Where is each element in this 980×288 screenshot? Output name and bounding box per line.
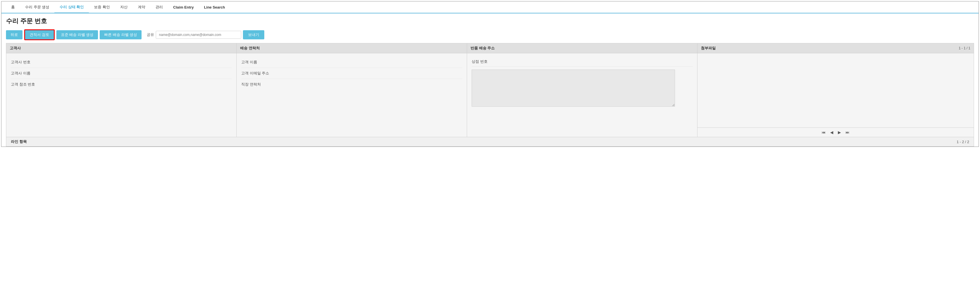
content-grid: 고객사 고객사 번호 고객사 이름 고객 참조 번호 배송 연락처 고객 이름 … [6, 43, 974, 137]
customer-email-label: 고객 이메일 주소 [241, 68, 462, 79]
work-contact-label: 직장 연락처 [241, 79, 462, 90]
quick-shipping-button[interactable]: 빠른 배송 라벨 생성 [100, 30, 142, 39]
attachment-next-button[interactable]: ▶ [837, 130, 842, 135]
customer-column: 고객사 고객사 번호 고객사 이름 고객 참조 번호 [6, 43, 237, 137]
return-address-header: 반품 배송 주소 [467, 43, 697, 53]
nav-item-line-search[interactable]: Line Search [199, 2, 230, 12]
attachment-prev-button[interactable]: ◀ [829, 130, 834, 135]
footer-bar: 라인 항목 1 - 2 / 2 [6, 137, 974, 147]
nav-item-manage[interactable]: 관리 [150, 2, 168, 13]
nav-item-contract[interactable]: 계약 [133, 2, 150, 13]
send-button[interactable]: 보내기 [243, 30, 264, 39]
customer-name-label: 고객 이름 [241, 57, 462, 68]
toolbar: 뒤로 견적서 검토 표준 배송 라벨 생성 빠른 배송 라벨 생성 공유 보내기 [2, 28, 978, 43]
shipping-contact-column: 배송 연락처 고객 이름 고객 이메일 주소 직장 연락처 [237, 43, 467, 137]
nav-item-claim-entry[interactable]: Claim Entry [168, 2, 199, 12]
nav-item-home[interactable]: 홈 [6, 2, 20, 13]
customer-body: 고객사 번호 고객사 이름 고객 참조 번호 [6, 53, 236, 93]
footer-count: 1 - 2 / 2 [957, 140, 969, 144]
share-input[interactable] [156, 31, 241, 39]
attachment-last-button[interactable]: ⏭ [845, 130, 851, 135]
attachment-column: 첨부파일 1 - 1 / 1 ⏮ ◀ ▶ ⏭ [697, 43, 974, 137]
shipping-contact-header: 배송 연락처 [237, 43, 467, 53]
footer-label: 라인 항목 [11, 139, 27, 144]
shipping-contact-body: 고객 이름 고객 이메일 주소 직장 연락처 [237, 53, 467, 93]
nav-item-asset[interactable]: 자산 [115, 2, 133, 13]
attachment-header: 첨부파일 1 - 1 / 1 [697, 43, 974, 53]
customer-number-field: 고객사 번호 [11, 57, 232, 68]
attachment-first-button[interactable]: ⏮ [821, 130, 827, 135]
address-textarea[interactable] [472, 70, 675, 107]
share-label: 공유 [147, 32, 154, 37]
attachment-body [697, 53, 974, 128]
customer-header: 고객사 [6, 43, 236, 53]
nav-bar: 홈 수리 주문 생성 수리 상태 확인 보증 확인 자산 계약 관리 Claim… [2, 2, 978, 13]
customer-name-field: 고객사 이름 [11, 68, 232, 79]
nav-item-warranty[interactable]: 보증 확인 [89, 2, 115, 13]
attachment-pagination: 1 - 1 / 1 [959, 46, 970, 50]
page-title: 수리 주문 번호 [2, 13, 978, 28]
attachment-nav: ⏮ ◀ ▶ ⏭ [697, 128, 974, 137]
standard-shipping-button[interactable]: 표준 배송 라벨 생성 [56, 30, 98, 39]
return-address-body: 상점 번호 [467, 53, 697, 114]
nav-item-repair-status[interactable]: 수리 상태 확인 [54, 2, 89, 13]
return-address-column: 반품 배송 주소 상점 번호 [467, 43, 697, 137]
nav-item-create-repair[interactable]: 수리 주문 생성 [20, 2, 54, 13]
customer-reference-field: 고객 참조 번호 [11, 79, 232, 90]
attachment-header-label: 첨부파일 [701, 46, 716, 51]
back-button[interactable]: 뒤로 [6, 30, 22, 39]
estimate-review-button[interactable]: 견적서 검토 [24, 29, 55, 40]
shop-number-label: 상점 번호 [472, 57, 693, 67]
